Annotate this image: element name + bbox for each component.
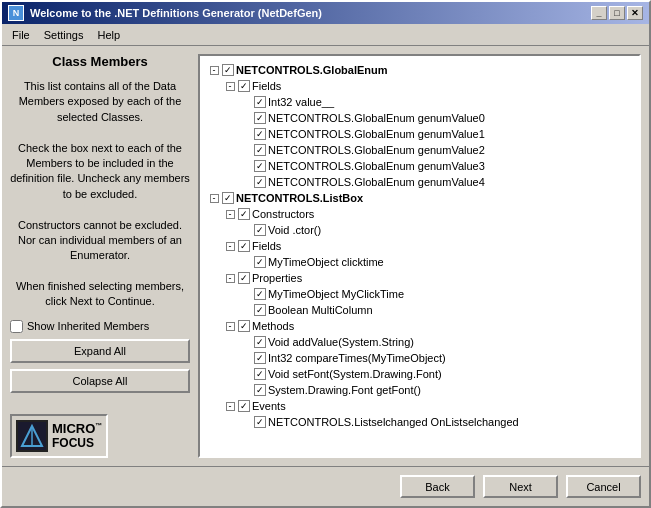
expand-icon <box>238 286 254 302</box>
tree-checkbox[interactable] <box>254 416 266 428</box>
logo-line2: FOCUS <box>52 436 102 450</box>
expand-all-button[interactable]: Expand All <box>10 339 190 363</box>
tree-label: Boolean MultiColumn <box>268 302 373 318</box>
tree-item-n3[interactable]: Int32 value__ <box>206 94 633 110</box>
tree-item-n9[interactable]: -NETCONTROLS.ListBox <box>206 190 633 206</box>
tree-item-n14[interactable]: -Properties <box>206 270 633 286</box>
tree-item-n20[interactable]: Void setFont(System.Drawing.Font) <box>206 366 633 382</box>
tree-checkbox[interactable] <box>254 112 266 124</box>
tree-item-n7[interactable]: NETCONTROLS.GlobalEnum genumValue3 <box>206 158 633 174</box>
left-panel: Class Members This list contains all of … <box>10 54 190 458</box>
tree-checkbox[interactable] <box>238 400 250 412</box>
tree-checkbox[interactable] <box>238 80 250 92</box>
tree-checkbox[interactable] <box>238 240 250 252</box>
tree-label: NETCONTROLS.GlobalEnum genumValue4 <box>268 174 485 190</box>
expand-icon[interactable]: - <box>206 62 222 78</box>
menu-file[interactable]: File <box>6 27 36 43</box>
menu-settings[interactable]: Settings <box>38 27 90 43</box>
tree-label: NETCONTROLS.GlobalEnum <box>236 62 388 78</box>
tree-checkbox[interactable] <box>238 320 250 332</box>
title-bar: N Welcome to the .NET Definitions Genera… <box>2 2 649 24</box>
tree-item-n18[interactable]: Void addValue(System.String) <box>206 334 633 350</box>
tree-checkbox[interactable] <box>254 352 266 364</box>
expand-icon[interactable]: - <box>206 190 222 206</box>
tree-checkbox[interactable] <box>254 304 266 316</box>
expand-icon <box>238 94 254 110</box>
tree-checkbox[interactable] <box>238 208 250 220</box>
tree-checkbox[interactable] <box>222 64 234 76</box>
tree-label: MyTimeObject clicktime <box>268 254 384 270</box>
expand-icon[interactable]: - <box>222 270 238 286</box>
menu-help[interactable]: Help <box>91 27 126 43</box>
expand-icon <box>238 302 254 318</box>
tree-checkbox[interactable] <box>254 384 266 396</box>
expand-icon[interactable]: - <box>222 238 238 254</box>
tree-label: NETCONTROLS.GlobalEnum genumValue0 <box>268 110 485 126</box>
tree-item-n5[interactable]: NETCONTROLS.GlobalEnum genumValue1 <box>206 126 633 142</box>
expand-icon[interactable]: - <box>222 78 238 94</box>
tree-checkbox[interactable] <box>254 160 266 172</box>
tree-item-n17[interactable]: -Methods <box>206 318 633 334</box>
tree-label: Methods <box>252 318 294 334</box>
tree-label: Int32 value__ <box>268 94 334 110</box>
tree-checkbox[interactable] <box>254 336 266 348</box>
tree-label: Void setFont(System.Drawing.Font) <box>268 366 442 382</box>
collapse-all-button[interactable]: Colapse All <box>10 369 190 393</box>
tree-item-n12[interactable]: -Fields <box>206 238 633 254</box>
tree-checkbox[interactable] <box>254 96 266 108</box>
tree-checkbox[interactable] <box>254 288 266 300</box>
tree-checkbox[interactable] <box>254 224 266 236</box>
show-inherited-label: Show Inherited Members <box>27 320 149 332</box>
company-logo: MICRO™ FOCUS <box>10 414 108 458</box>
expand-icon <box>238 222 254 238</box>
expand-icon <box>238 350 254 366</box>
tree-checkbox[interactable] <box>254 368 266 380</box>
tree-item-n16[interactable]: Boolean MultiColumn <box>206 302 633 318</box>
cancel-button[interactable]: Cancel <box>566 475 641 498</box>
tree-checkbox[interactable] <box>254 176 266 188</box>
logo-icon <box>18 422 46 450</box>
tree-checkbox[interactable] <box>254 128 266 140</box>
close-button[interactable]: ✕ <box>627 6 643 20</box>
show-inherited-checkbox[interactable] <box>10 320 23 333</box>
tree-item-n21[interactable]: System.Drawing.Font getFont() <box>206 382 633 398</box>
tree-item-n11[interactable]: Void .ctor() <box>206 222 633 238</box>
expand-icon <box>238 334 254 350</box>
next-button[interactable]: Next <box>483 475 558 498</box>
expand-icon <box>238 254 254 270</box>
show-inherited-container: Show Inherited Members <box>10 320 190 333</box>
tree-panel[interactable]: -NETCONTROLS.GlobalEnum-FieldsInt32 valu… <box>198 54 641 458</box>
expand-icon[interactable]: - <box>222 398 238 414</box>
tree-item-n4[interactable]: NETCONTROLS.GlobalEnum genumValue0 <box>206 110 633 126</box>
tree-item-n6[interactable]: NETCONTROLS.GlobalEnum genumValue2 <box>206 142 633 158</box>
tree-label: MyTimeObject MyClickTime <box>268 286 404 302</box>
logo-line1: MICRO™ <box>52 422 102 437</box>
tree-label: Int32 compareTimes(MyTimeObject) <box>268 350 446 366</box>
maximize-button[interactable]: □ <box>609 6 625 20</box>
back-button[interactable]: Back <box>400 475 475 498</box>
tree-item-n1[interactable]: -NETCONTROLS.GlobalEnum <box>206 62 633 78</box>
tree-label: Constructors <box>252 206 314 222</box>
tree-item-n13[interactable]: MyTimeObject clicktime <box>206 254 633 270</box>
tree-item-n2[interactable]: -Fields <box>206 78 633 94</box>
tree-item-n15[interactable]: MyTimeObject MyClickTime <box>206 286 633 302</box>
tree-item-n8[interactable]: NETCONTROLS.GlobalEnum genumValue4 <box>206 174 633 190</box>
expand-icon[interactable]: - <box>222 206 238 222</box>
tree-item-n23[interactable]: NETCONTROLS.Listselchanged OnListselchan… <box>206 414 633 430</box>
main-content: Class Members This list contains all of … <box>2 46 649 466</box>
tree-item-n22[interactable]: -Events <box>206 398 633 414</box>
tree-label: NETCONTROLS.ListBox <box>236 190 363 206</box>
tree-label: NETCONTROLS.GlobalEnum genumValue1 <box>268 126 485 142</box>
expand-icon <box>238 126 254 142</box>
tree-checkbox[interactable] <box>254 256 266 268</box>
tree-label: Void addValue(System.String) <box>268 334 414 350</box>
tree-item-n19[interactable]: Int32 compareTimes(MyTimeObject) <box>206 350 633 366</box>
tree-checkbox[interactable] <box>254 144 266 156</box>
tree-checkbox[interactable] <box>238 272 250 284</box>
expand-icon[interactable]: - <box>222 318 238 334</box>
tree-item-n10[interactable]: -Constructors <box>206 206 633 222</box>
tree-container: -NETCONTROLS.GlobalEnum-FieldsInt32 valu… <box>202 58 637 434</box>
tree-checkbox[interactable] <box>222 192 234 204</box>
expand-icon <box>238 110 254 126</box>
minimize-button[interactable]: _ <box>591 6 607 20</box>
